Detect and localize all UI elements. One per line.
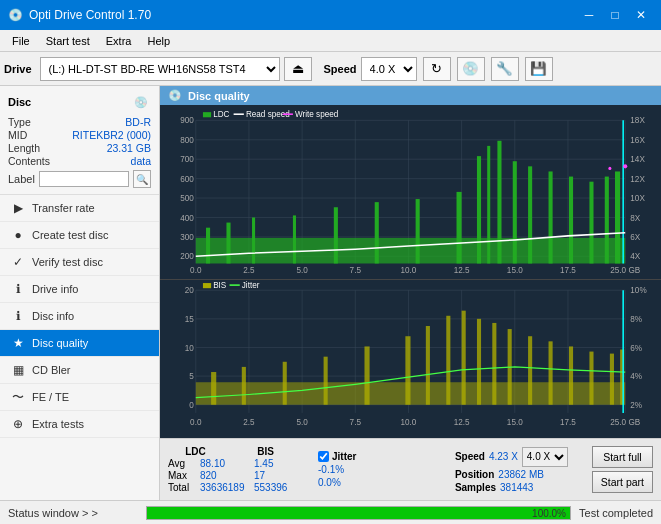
disc-label-input[interactable] bbox=[39, 171, 129, 187]
fe-te-icon: 〜 bbox=[10, 389, 26, 405]
options-button[interactable]: 🔧 bbox=[491, 57, 519, 81]
svg-text:17.5: 17.5 bbox=[560, 266, 576, 275]
svg-rect-106 bbox=[211, 372, 216, 405]
svg-text:600: 600 bbox=[180, 175, 194, 184]
svg-text:6%: 6% bbox=[630, 343, 642, 352]
nav-cd-bler[interactable]: ▦ CD Bler bbox=[0, 357, 159, 384]
bis-header: BIS bbox=[243, 446, 288, 457]
nav-disc-quality-label: Disc quality bbox=[32, 337, 88, 349]
svg-rect-116 bbox=[492, 323, 496, 405]
svg-rect-125 bbox=[203, 283, 211, 288]
svg-rect-108 bbox=[283, 362, 287, 405]
svg-text:Write speed: Write speed bbox=[295, 110, 339, 119]
svg-rect-113 bbox=[446, 316, 450, 405]
nav-extra-tests[interactable]: ⊕ Extra tests bbox=[0, 411, 159, 438]
jitter-checkbox[interactable] bbox=[318, 451, 329, 462]
svg-rect-122 bbox=[610, 353, 614, 404]
disc-type-label: Type bbox=[8, 116, 31, 128]
nav-drive-info[interactable]: ℹ Drive info bbox=[0, 276, 159, 303]
nav-verify-test-disc[interactable]: ✓ Verify test disc bbox=[0, 249, 159, 276]
menu-extra[interactable]: Extra bbox=[98, 33, 140, 49]
main-area: Disc 💿 Type BD-R MID RITEKBR2 (000) Leng… bbox=[0, 86, 661, 500]
svg-text:25.0 GB: 25.0 GB bbox=[610, 266, 640, 275]
svg-text:18X: 18X bbox=[630, 116, 645, 125]
eject-button[interactable]: ⏏ bbox=[284, 57, 312, 81]
svg-text:BIS: BIS bbox=[213, 281, 227, 290]
max-label: Max bbox=[168, 470, 196, 481]
minimize-button[interactable]: ─ bbox=[577, 5, 601, 25]
nav-disc-info[interactable]: ℹ Disc info bbox=[0, 303, 159, 330]
disc-panel: Disc 💿 Type BD-R MID RITEKBR2 (000) Leng… bbox=[0, 86, 159, 195]
save-button[interactable]: 💾 bbox=[525, 57, 553, 81]
speed-header: Speed bbox=[455, 451, 485, 462]
sidebar: Disc 💿 Type BD-R MID RITEKBR2 (000) Leng… bbox=[0, 86, 160, 500]
svg-text:12X: 12X bbox=[630, 175, 645, 184]
progress-bar-container: 100.0% bbox=[146, 506, 571, 520]
svg-text:8X: 8X bbox=[630, 214, 641, 223]
drive-label: Drive bbox=[4, 63, 32, 75]
nav-fe-te[interactable]: 〜 FE / TE bbox=[0, 384, 159, 411]
disc-mid-label: MID bbox=[8, 129, 27, 141]
nav-disc-quality[interactable]: ★ Disc quality bbox=[0, 330, 159, 357]
drive-select[interactable]: (L:) HL-DT-ST BD-RE WH16NS58 TST4 bbox=[40, 57, 280, 81]
samples-label: Samples bbox=[455, 482, 496, 493]
svg-rect-52 bbox=[477, 156, 481, 263]
total-bis: 553396 bbox=[254, 482, 294, 493]
titlebar: 💿 Opti Drive Control 1.70 ─ □ ✕ bbox=[0, 0, 661, 30]
svg-rect-48 bbox=[334, 207, 338, 263]
svg-text:6X: 6X bbox=[630, 233, 641, 242]
svg-rect-118 bbox=[528, 336, 532, 404]
svg-text:0.0: 0.0 bbox=[190, 266, 202, 275]
status-window-button[interactable]: Status window > > bbox=[8, 507, 138, 519]
svg-text:800: 800 bbox=[180, 136, 194, 145]
total-ldc: 33636189 bbox=[200, 482, 250, 493]
svg-text:700: 700 bbox=[180, 155, 194, 164]
disc-quality-icon: ★ bbox=[10, 335, 26, 351]
svg-point-63 bbox=[623, 164, 627, 168]
cd-bler-icon: ▦ bbox=[10, 362, 26, 378]
content-header: 💿 Disc quality bbox=[160, 86, 661, 105]
nav-drive-info-label: Drive info bbox=[32, 283, 78, 295]
svg-text:2.5: 2.5 bbox=[243, 418, 255, 427]
nav-create-test-disc-label: Create test disc bbox=[32, 229, 108, 241]
maximize-button[interactable]: □ bbox=[603, 5, 627, 25]
svg-text:16X: 16X bbox=[630, 136, 645, 145]
svg-text:4X: 4X bbox=[630, 252, 641, 261]
speed-select[interactable]: 4.0 X bbox=[361, 57, 417, 81]
menu-start-test[interactable]: Start test bbox=[38, 33, 98, 49]
disc-mid-value: RITEKBR2 (000) bbox=[72, 129, 151, 141]
speed-stats-select[interactable]: 4.0 X bbox=[522, 447, 568, 467]
nav-create-test-disc[interactable]: ● Create test disc bbox=[0, 222, 159, 249]
svg-rect-51 bbox=[457, 192, 462, 264]
close-button[interactable]: ✕ bbox=[629, 5, 653, 25]
svg-text:200: 200 bbox=[180, 252, 194, 261]
menu-help[interactable]: Help bbox=[139, 33, 178, 49]
menu-file[interactable]: File bbox=[4, 33, 38, 49]
svg-text:8%: 8% bbox=[630, 315, 642, 324]
svg-rect-50 bbox=[416, 199, 420, 263]
disc-type-value: BD-R bbox=[125, 116, 151, 128]
nav-transfer-rate[interactable]: ▶ Transfer rate bbox=[0, 195, 159, 222]
disc-button[interactable]: 💿 bbox=[457, 57, 485, 81]
extra-tests-icon: ⊕ bbox=[10, 416, 26, 432]
nav-verify-test-disc-label: Verify test disc bbox=[32, 256, 103, 268]
disc-info-icon: ℹ bbox=[10, 308, 26, 324]
svg-rect-115 bbox=[477, 319, 481, 405]
svg-text:5.0: 5.0 bbox=[296, 266, 308, 275]
svg-rect-56 bbox=[528, 166, 532, 263]
disc-label-icon-btn[interactable]: 🔍 bbox=[133, 170, 151, 188]
ldc-header: LDC bbox=[168, 446, 223, 457]
svg-text:10X: 10X bbox=[630, 194, 645, 203]
svg-text:15.0: 15.0 bbox=[507, 418, 523, 427]
start-full-button[interactable]: Start full bbox=[592, 446, 653, 468]
refresh-button[interactable]: ↻ bbox=[423, 57, 451, 81]
speed-value: 4.23 X bbox=[489, 451, 518, 462]
disc-contents-value: data bbox=[131, 155, 151, 167]
svg-text:7.5: 7.5 bbox=[350, 266, 362, 275]
start-part-button[interactable]: Start part bbox=[592, 471, 653, 493]
svg-text:15.0: 15.0 bbox=[507, 266, 523, 275]
svg-rect-65 bbox=[203, 112, 211, 117]
verify-test-disc-icon: ✓ bbox=[10, 254, 26, 270]
svg-rect-114 bbox=[462, 310, 466, 404]
svg-text:5: 5 bbox=[189, 372, 194, 381]
